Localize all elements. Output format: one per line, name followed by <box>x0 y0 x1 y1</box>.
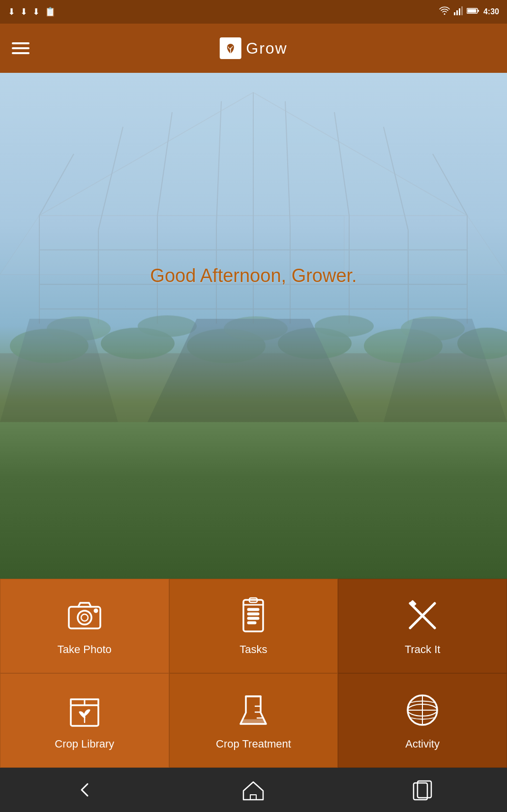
svg-rect-0 <box>454 12 455 15</box>
download-icon-3: ⬇ <box>32 6 40 17</box>
take-photo-label: Take Photo <box>58 643 112 656</box>
crop-treatment-icon <box>234 690 273 730</box>
svg-marker-10 <box>344 216 507 275</box>
svg-rect-1 <box>456 10 458 15</box>
svg-marker-9 <box>0 216 157 275</box>
hamburger-menu-icon[interactable] <box>12 42 30 54</box>
back-button[interactable] <box>73 778 96 802</box>
svg-rect-2 <box>459 8 460 15</box>
clipboard-icon: 📋 <box>45 6 56 17</box>
tasks-icon <box>234 596 273 635</box>
home-icon <box>241 778 265 802</box>
camera-icon <box>65 596 104 635</box>
svg-rect-74 <box>250 795 256 800</box>
download-icon-1: ⬇ <box>8 6 15 17</box>
tasks-label: Tasks <box>239 643 267 656</box>
svg-rect-54 <box>248 618 259 619</box>
nav-bar <box>0 768 507 812</box>
app-name: Grow <box>246 39 287 58</box>
activity-label: Activity <box>405 738 440 750</box>
wifi-icon <box>439 6 450 17</box>
svg-line-62 <box>431 625 435 628</box>
track-it-icon <box>403 596 442 635</box>
track-it-label: Track It <box>405 643 441 656</box>
activity-icon <box>403 690 442 730</box>
time-display: 4:30 <box>483 7 499 16</box>
signal-icon <box>454 6 463 17</box>
activity-button[interactable]: Activity <box>338 673 507 768</box>
svg-point-47 <box>78 611 91 625</box>
svg-rect-55 <box>248 622 256 624</box>
crop-library-label: Crop Library <box>55 738 114 750</box>
svg-point-48 <box>81 614 88 621</box>
svg-line-59 <box>410 625 414 628</box>
crop-treatment-label: Crop Treatment <box>216 738 291 750</box>
logo-icon <box>219 37 241 59</box>
svg-point-49 <box>94 609 97 612</box>
svg-marker-73 <box>243 782 263 800</box>
header: Grow <box>0 24 507 73</box>
svg-line-60 <box>431 603 435 607</box>
status-icons-left: ⬇ ⬇ ⬇ 📋 <box>8 6 56 17</box>
download-icon-2: ⬇ <box>20 6 28 17</box>
crop-library-button[interactable]: Crop Library <box>0 673 169 768</box>
take-photo-button[interactable]: Take Photo <box>0 579 169 673</box>
greenhouse-bg <box>0 73 507 427</box>
back-icon <box>73 778 96 802</box>
status-icons-right: 4:30 <box>439 6 499 17</box>
crop-library-icon <box>65 690 104 730</box>
action-grid: Take Photo Tasks Track It <box>0 579 507 768</box>
svg-point-41 <box>315 315 374 337</box>
svg-rect-52 <box>248 609 259 610</box>
recents-button[interactable] <box>411 778 434 802</box>
svg-point-39 <box>138 315 197 337</box>
status-bar: ⬇ ⬇ ⬇ 📋 <box>0 0 507 24</box>
svg-rect-6 <box>467 9 476 13</box>
tasks-button[interactable]: Tasks <box>169 579 338 673</box>
recents-icon <box>411 778 434 802</box>
svg-rect-5 <box>477 10 479 12</box>
greeting-text: Good Afternoon, Grower. <box>150 265 357 286</box>
home-button[interactable] <box>241 778 265 802</box>
track-it-button[interactable]: Track It <box>338 579 507 673</box>
svg-rect-53 <box>248 613 259 615</box>
app-logo: Grow <box>219 37 287 59</box>
battery-icon <box>467 7 479 16</box>
crop-treatment-button[interactable]: Crop Treatment <box>169 673 338 768</box>
svg-rect-3 <box>461 6 463 15</box>
hero-section: Good Afternoon, Grower. <box>0 73 507 579</box>
